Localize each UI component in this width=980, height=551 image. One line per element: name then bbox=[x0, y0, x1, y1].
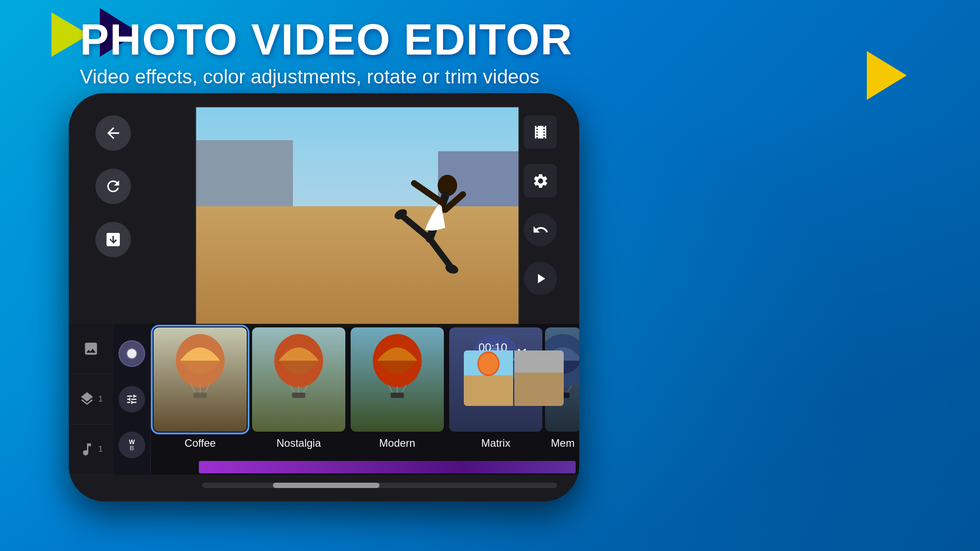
scrollbar-thumb bbox=[273, 483, 379, 488]
phone-screen: ⌄ 00:10 1 bbox=[69, 93, 579, 501]
svg-rect-29 bbox=[391, 393, 404, 398]
svg-rect-19 bbox=[194, 393, 207, 398]
play-button[interactable] bbox=[524, 262, 557, 295]
filter-thumb-coffee bbox=[154, 327, 247, 432]
filter-item-modern[interactable]: Modern bbox=[348, 327, 447, 449]
bottom-left-tools: 1 1 bbox=[69, 324, 113, 475]
coffee-balloon-art bbox=[171, 332, 229, 398]
app-subtitle: Video effects, color adjustments, rotate… bbox=[80, 66, 869, 88]
video-preview bbox=[195, 106, 519, 328]
svg-point-11 bbox=[479, 353, 498, 374]
refresh-button[interactable] bbox=[95, 169, 131, 204]
audio-timeline-bar bbox=[199, 461, 576, 473]
filter-thumb-nostalgia bbox=[252, 327, 345, 432]
scrollbar[interactable] bbox=[202, 483, 557, 488]
svg-point-14 bbox=[127, 349, 137, 358]
filter-sidebar: WB bbox=[113, 324, 151, 475]
thumbnail-strip bbox=[464, 350, 564, 406]
color-circle-button[interactable] bbox=[119, 340, 145, 367]
modern-balloon-art bbox=[368, 332, 426, 398]
yellow-play-icon bbox=[867, 51, 907, 100]
coffee-label: Coffee bbox=[185, 437, 216, 449]
wb-button[interactable]: WB bbox=[119, 432, 145, 458]
video-canvas bbox=[196, 107, 518, 327]
svg-line-5 bbox=[430, 239, 450, 265]
nostalgia-label: Nostalgia bbox=[277, 437, 321, 449]
settings-button[interactable] bbox=[524, 164, 557, 197]
modern-balloon-bg bbox=[351, 327, 444, 432]
filter-thumb-modern bbox=[351, 327, 444, 432]
right-sidebar bbox=[524, 115, 557, 295]
layers-track-icon[interactable]: 1 bbox=[69, 374, 113, 424]
app-title: PHOTO VIDEO EDITOR bbox=[80, 18, 869, 61]
thumb-video-2 bbox=[514, 350, 564, 406]
image-track-icon[interactable] bbox=[69, 324, 113, 374]
building-left bbox=[196, 140, 293, 206]
filter-item-coffee[interactable]: Coffee bbox=[151, 327, 249, 449]
undo-button[interactable] bbox=[524, 213, 557, 246]
dancer-figure bbox=[376, 159, 474, 314]
layers-count: 1 bbox=[98, 394, 103, 404]
modern-label: Modern bbox=[379, 437, 415, 449]
mem-label: Mem bbox=[551, 437, 574, 449]
phone-device: ⌄ 00:10 1 bbox=[69, 93, 579, 501]
svg-rect-24 bbox=[292, 393, 305, 398]
thumb-video-1 bbox=[464, 350, 513, 406]
music-count: 1 bbox=[98, 445, 103, 454]
svg-rect-9 bbox=[464, 375, 513, 406]
left-sidebar bbox=[95, 115, 131, 257]
nostalgia-balloon-bg bbox=[252, 327, 345, 432]
export-button[interactable] bbox=[95, 222, 131, 257]
svg-rect-13 bbox=[515, 373, 564, 406]
coffee-balloon-bg bbox=[154, 327, 247, 432]
film-export-button[interactable] bbox=[524, 115, 557, 149]
sliders-button[interactable] bbox=[119, 386, 145, 413]
matrix-label: Matrix bbox=[481, 437, 510, 449]
nostalgia-balloon-art bbox=[270, 332, 328, 398]
music-track-icon[interactable]: 1 bbox=[69, 425, 113, 475]
svg-line-4 bbox=[403, 216, 430, 239]
filter-item-nostalgia[interactable]: Nostalgia bbox=[249, 327, 348, 449]
header-area: PHOTO VIDEO EDITOR Video effects, color … bbox=[80, 18, 869, 88]
back-button[interactable] bbox=[95, 115, 131, 151]
